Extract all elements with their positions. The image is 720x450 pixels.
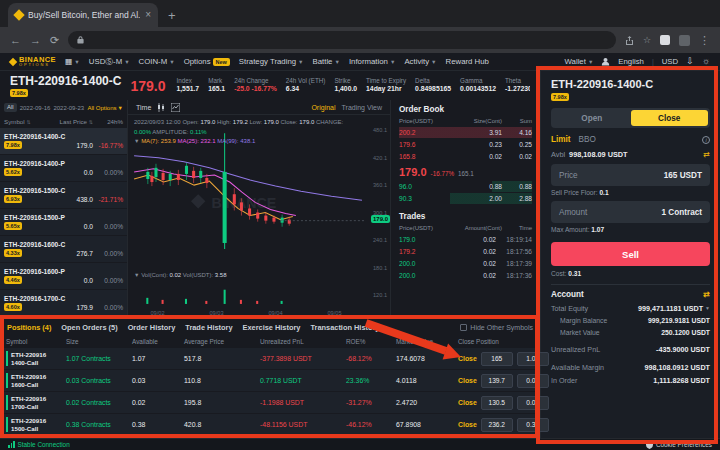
cookie-preferences[interactable]: Cookie Preferences <box>646 441 712 449</box>
watchlist-row[interactable]: ETH-220916-1500-P 5.65x0.00.00% <box>0 209 127 235</box>
tab-open-orders[interactable]: Open Orders (5) <box>61 323 117 332</box>
close-qty-input[interactable]: 1.07 <box>517 352 549 366</box>
user-icon[interactable] <box>601 57 610 66</box>
nav-item-information[interactable]: Information▼ <box>349 57 395 66</box>
watchlist-row[interactable]: ETH-220916-1700-C 4.60x179.90.00% <box>0 290 127 316</box>
close-qty-input[interactable]: 0.38 <box>517 418 549 432</box>
filter-date-to[interactable]: 2022-09-23 <box>53 105 84 111</box>
nav-item-activity[interactable]: Activity▼ <box>404 57 436 66</box>
profile-icon[interactable] <box>679 35 690 46</box>
currency-selector[interactable]: USD <box>662 57 678 66</box>
binance-logo[interactable]: BINANCE OPTIONS <box>10 56 56 68</box>
extension-icon[interactable] <box>660 35 670 45</box>
shield-icon <box>646 441 653 449</box>
forward-icon[interactable]: → <box>30 35 41 46</box>
tab-close[interactable]: Close <box>631 110 709 126</box>
lock-icon <box>77 36 84 44</box>
hide-other-symbols-checkbox[interactable] <box>460 324 467 331</box>
watchlist-row[interactable]: ETH-220916-1600-C 4.33x276.70.00% <box>0 236 127 262</box>
filter-all-badge[interactable]: All <box>4 103 17 112</box>
position-row: ETH-2209161500-Call 0.38 Contracts 0.38 … <box>2 414 538 435</box>
watchlist-row[interactable]: ETH-220916-1600-P 4.46x0.00.00% <box>0 263 127 289</box>
ask-row[interactable]: 179.60.230.25 <box>399 139 532 150</box>
share-icon[interactable] <box>625 36 634 45</box>
chevron-down-icon[interactable]: ▼ <box>705 305 710 311</box>
sort-icon[interactable]: ⇅ <box>26 119 30 125</box>
tab-transaction-history[interactable]: Transaction History <box>310 323 379 332</box>
iv-badge: 7.98x <box>4 141 22 149</box>
nav-item-strategy-trading[interactable]: Strategy Trading▼ <box>239 57 304 66</box>
nav-item-usdm[interactable]: USDⓈ-M▼ <box>89 56 130 67</box>
close-position-button[interactable]: Close <box>458 377 477 384</box>
order-type-limit[interactable]: Limit <box>551 135 571 144</box>
tab-trade-history[interactable]: Trade History <box>185 323 232 332</box>
hide-other-symbols[interactable]: Hide Other Symbols <box>460 324 533 331</box>
browser-tab[interactable]: Buy/Sell Bitcoin, Ether and Al... × <box>8 3 158 27</box>
new-tab-button[interactable]: + <box>168 9 176 22</box>
indicator-icon[interactable] <box>171 103 180 112</box>
price-input[interactable]: Price 165 USDT <box>551 164 710 186</box>
browser-menu-icon[interactable]: ⋮ <box>699 35 710 46</box>
available-label: Avbl <box>551 150 565 159</box>
bid-row[interactable]: 90.32.002.88 <box>399 193 532 204</box>
watchlist-row[interactable]: ETH-220916-1500-C 6.93x438.0-21.71% <box>0 182 127 208</box>
nav-item-options[interactable]: OptionsNew <box>184 57 230 66</box>
back-icon[interactable]: ← <box>10 35 21 46</box>
new-badge: New <box>213 58 230 66</box>
close-qty-input[interactable]: 0.02 <box>517 396 549 410</box>
watchlist-row[interactable]: ETH-220916-1400-C 7.98x179.0-16.77% <box>0 128 127 154</box>
ask-row[interactable]: 165.80.020.02 <box>399 151 532 162</box>
order-type-bbo[interactable]: BBO <box>579 135 596 144</box>
ask-row[interactable]: 200.23.914.16 <box>399 127 532 138</box>
tab-trading-view[interactable]: Trading View <box>342 104 382 111</box>
products-grid-menu[interactable]: ▦▼ <box>65 57 80 66</box>
tab-close-icon[interactable]: × <box>145 10 151 20</box>
svg-text:BINANCE: BINANCE <box>211 195 276 211</box>
nav-item-coinm[interactable]: COIN-M▼ <box>139 57 175 66</box>
close-position-button[interactable]: Close <box>458 421 477 428</box>
tab-open[interactable]: Open <box>553 110 631 126</box>
watchlist-row[interactable]: ETH-220916-1400-P 5.62x0.00.00% <box>0 155 127 181</box>
close-price-input[interactable]: 139.7 <box>481 374 513 388</box>
tab-exercise-history[interactable]: Exercise History <box>243 323 301 332</box>
separator: | <box>652 58 654 65</box>
close-position-button[interactable]: Close <box>458 355 477 362</box>
chevron-down-icon: ▼ <box>431 59 436 65</box>
tab-order-history[interactable]: Order History <box>128 323 176 332</box>
filter-date-from[interactable]: 2022-09-16 <box>20 105 51 111</box>
candlestick-icon[interactable] <box>157 103 165 112</box>
close-qty-input[interactable]: 0.03 <box>517 374 549 388</box>
ticker-symbol[interactable]: ETH-220916-1400-C <box>10 74 121 88</box>
nav-item-reward-hub[interactable]: Reward Hub <box>446 57 489 66</box>
nav-item-battle[interactable]: Battle▼ <box>313 57 340 66</box>
options-watchlist: All 2022-09-16 2022-09-23 All Options▼ S… <box>0 100 128 318</box>
theme-toggle-icon[interactable]: ☼ <box>702 57 710 66</box>
address-bar[interactable] <box>68 31 616 49</box>
tab-original-chart[interactable]: Original <box>311 104 335 111</box>
wallet-menu[interactable]: Wallet▼ <box>565 57 594 66</box>
download-app-icon[interactable]: ⇩ <box>686 57 694 66</box>
position-row: ETH-2209161700-Call 0.02 Contracts 0.02 … <box>2 392 538 413</box>
account-transfer-icon[interactable]: ⇄ <box>703 290 710 299</box>
bookmark-star-icon[interactable]: ☆ <box>643 36 651 45</box>
info-icon[interactable]: i <box>702 136 710 144</box>
chevron-down-icon[interactable]: ▼ <box>134 138 139 144</box>
close-price-input[interactable]: 130.5 <box>481 396 513 410</box>
position-symbol: ETH-2209161600-Call <box>6 373 66 387</box>
tab-positions[interactable]: Positions (4) <box>7 323 51 332</box>
close-price-input[interactable]: 165 <box>481 352 513 366</box>
filter-all-options[interactable]: All Options▼ <box>88 105 123 111</box>
language-selector[interactable]: English <box>618 57 644 66</box>
refresh-icon[interactable]: ⟳ <box>50 35 59 46</box>
bid-row[interactable]: 96.00.880.88 <box>399 181 532 192</box>
chevron-down-icon[interactable]: ▼ <box>134 272 139 278</box>
close-price-input[interactable]: 236.2 <box>481 418 513 432</box>
close-position-button[interactable]: Close <box>458 399 477 406</box>
chart-interval-time[interactable]: Time <box>136 104 151 111</box>
chevron-down-icon: ▼ <box>169 59 174 65</box>
amount-input[interactable]: Amount 1 Contract <box>551 201 710 223</box>
transfer-icon[interactable]: ⇄ <box>703 150 710 159</box>
trade-row: 179.00.0218:19:14 <box>399 234 532 245</box>
chart-canvas[interactable]: 2022/09/03 12:00 Open: 179.0 High: 179.2… <box>128 115 390 318</box>
sell-button[interactable]: Sell <box>551 242 710 266</box>
